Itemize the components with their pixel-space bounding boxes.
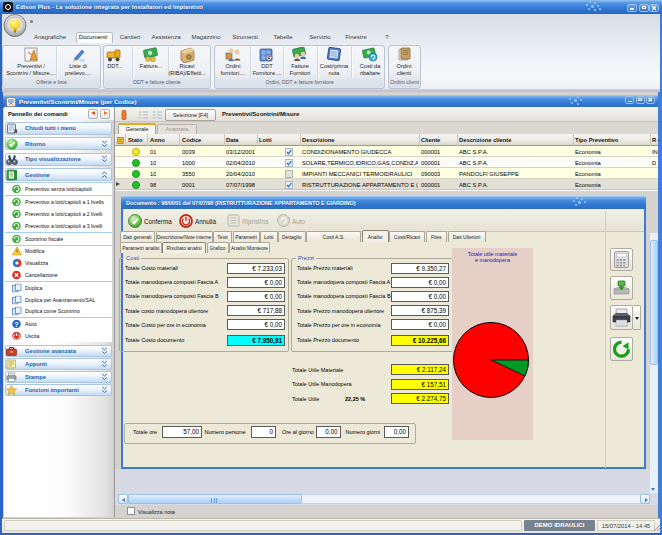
svg-text:?: ? <box>15 321 19 328</box>
